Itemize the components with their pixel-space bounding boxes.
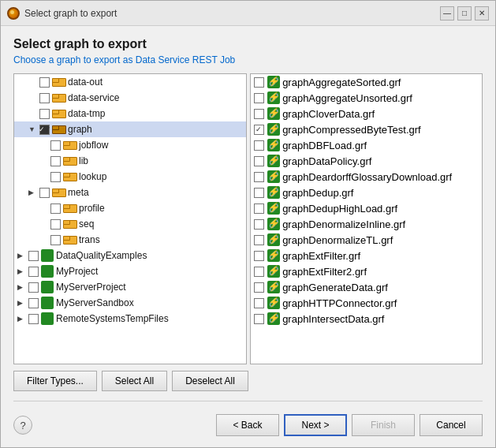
grf-item-5[interactable]: 🔗 graphDataPolicy.grf bbox=[251, 153, 483, 169]
label-mss: MyServerSandbox bbox=[56, 297, 134, 308]
filter-types-button[interactable]: Filter Types... bbox=[13, 371, 97, 391]
tree-item-trans[interactable]: trans bbox=[14, 232, 246, 248]
expander-myproj[interactable]: ▶ bbox=[17, 267, 28, 275]
grf-icon-2: 🔗 bbox=[267, 107, 280, 120]
expander-dq[interactable]: ▶ bbox=[17, 252, 28, 259]
filter-row: Filter Types... Select All Deselect All bbox=[13, 371, 483, 391]
checkbox-grf-6[interactable] bbox=[254, 172, 264, 182]
tree-item-meta[interactable]: ▶ meta bbox=[14, 185, 246, 200]
checkbox-grf-0[interactable] bbox=[254, 77, 264, 88]
checkbox-lib[interactable] bbox=[50, 156, 61, 166]
grf-item-10[interactable]: 🔗 graphDenormalizeTL.grf bbox=[251, 232, 483, 248]
checkbox-profile[interactable] bbox=[50, 203, 61, 214]
grf-icon-6: 🔗 bbox=[267, 170, 280, 183]
checkbox-grf-4[interactable] bbox=[254, 140, 264, 151]
checkbox-grf-11[interactable] bbox=[254, 251, 264, 261]
expander-mss[interactable]: ▶ bbox=[17, 299, 28, 307]
checkbox-lookup[interactable] bbox=[50, 172, 61, 182]
grf-item-6[interactable]: 🔗 graphDeardorffGlossaryDownload.grf bbox=[251, 169, 483, 185]
close-button[interactable]: ✕ bbox=[475, 6, 489, 21]
back-button[interactable]: < Back bbox=[216, 414, 279, 436]
checkbox-dq[interactable] bbox=[28, 251, 39, 261]
grf-item-1[interactable]: 🔗 graphAggregateUnsorted.grf bbox=[251, 90, 483, 106]
grf-item-12[interactable]: 🔗 graphExtFilter2.grf bbox=[251, 263, 483, 279]
grf-item-13[interactable]: 🔗 graphGenerateData.grf bbox=[251, 279, 483, 295]
grf-icon-11: 🔗 bbox=[267, 249, 280, 262]
tree-item-lookup[interactable]: lookup bbox=[14, 169, 246, 185]
label-trans: trans bbox=[79, 234, 100, 245]
label-graph: graph bbox=[68, 124, 92, 135]
grf-item-9[interactable]: 🔗 graphDenormalizeInline.grf bbox=[251, 216, 483, 232]
checkbox-grf-8[interactable] bbox=[254, 203, 264, 214]
grf-item-8[interactable]: 🔗 graphDedupHighLoad.grf bbox=[251, 200, 483, 216]
grf-item-4[interactable]: 🔗 graphDBFLoad.grf bbox=[251, 137, 483, 153]
tree-item-dataquality[interactable]: ▶ DataQualityExamples bbox=[14, 248, 246, 263]
checkbox-grf-15[interactable] bbox=[254, 314, 264, 324]
checkbox-grf-7[interactable] bbox=[254, 188, 264, 198]
tree-item-data-tmp[interactable]: data-tmp bbox=[14, 106, 246, 121]
grf-item-11[interactable]: 🔗 graphExtFilter.grf bbox=[251, 248, 483, 263]
checkbox-grf-1[interactable] bbox=[254, 93, 264, 103]
right-panel[interactable]: 🔗 graphAggregateSorted.grf 🔗 graphAggreg… bbox=[250, 73, 483, 364]
checkbox-data-service[interactable] bbox=[39, 93, 50, 103]
cancel-button[interactable]: Cancel bbox=[420, 414, 483, 436]
checkbox-grf-13[interactable] bbox=[254, 282, 264, 293]
tree-item-lib[interactable]: lib bbox=[14, 153, 246, 169]
grf-item-2[interactable]: 🔗 graphCloverData.grf bbox=[251, 106, 483, 121]
label-data-service: data-service bbox=[68, 92, 119, 103]
tree-item-myserverproject[interactable]: ▶ MyServerProject bbox=[14, 279, 246, 295]
minimize-button[interactable]: — bbox=[440, 6, 454, 21]
tree-item-myserversandbox[interactable]: ▶ MyServerSandbox bbox=[14, 295, 246, 311]
checkbox-grf-14[interactable] bbox=[254, 298, 264, 308]
expander-rst[interactable]: ▶ bbox=[17, 315, 28, 323]
title-bar-left: Select graph to export bbox=[7, 7, 117, 20]
finish-button[interactable]: Finish bbox=[352, 414, 415, 436]
tree-item-remotesystems[interactable]: ▶ RemoteSystemsTempFiles bbox=[14, 311, 246, 327]
tree-item-myproject[interactable]: ▶ MyProject bbox=[14, 263, 246, 279]
grf-item-7[interactable]: 🔗 graphDedup.grf bbox=[251, 185, 483, 200]
expander bbox=[39, 157, 50, 165]
tree-item-seq[interactable]: seq bbox=[14, 216, 246, 232]
checkbox-mss[interactable] bbox=[28, 298, 39, 308]
next-button[interactable]: Next > bbox=[284, 414, 347, 436]
select-all-button[interactable]: Select All bbox=[102, 371, 167, 391]
checkbox-grf-9[interactable] bbox=[254, 219, 264, 230]
label-lookup: lookup bbox=[79, 171, 106, 182]
grf-icon-0: 🔗 bbox=[267, 76, 280, 88]
tree-item-graph[interactable]: ▼ ✓ graph bbox=[14, 121, 246, 137]
help-button[interactable]: ? bbox=[13, 416, 32, 435]
checkbox-seq[interactable] bbox=[50, 219, 61, 230]
maximize-button[interactable]: □ bbox=[457, 6, 472, 21]
label-grf-11: graphExtFilter.grf bbox=[282, 250, 360, 262]
checkbox-rst[interactable] bbox=[28, 314, 39, 324]
checkbox-grf-10[interactable] bbox=[254, 235, 264, 245]
label-grf-9: graphDenormalizeInline.grf bbox=[282, 218, 405, 230]
checkbox-data-tmp[interactable] bbox=[39, 109, 50, 119]
checkbox-trans[interactable] bbox=[50, 235, 61, 245]
checkbox-data-out[interactable] bbox=[39, 77, 50, 88]
checkbox-jobflow[interactable] bbox=[50, 140, 61, 151]
tree-item-profile[interactable]: profile bbox=[14, 200, 246, 216]
checkbox-meta[interactable] bbox=[39, 188, 50, 198]
expander-meta[interactable]: ▶ bbox=[28, 189, 39, 196]
checkbox-myproj[interactable] bbox=[28, 267, 39, 277]
checkbox-msp[interactable] bbox=[28, 282, 39, 293]
deselect-all-button[interactable]: Deselect All bbox=[172, 371, 248, 391]
expander-msp[interactable]: ▶ bbox=[17, 283, 28, 291]
checkbox-grf-12[interactable] bbox=[254, 267, 264, 277]
project-icon-msp bbox=[41, 281, 54, 293]
grf-item-0[interactable]: 🔗 graphAggregateSorted.grf bbox=[251, 74, 483, 90]
grf-item-14[interactable]: 🔗 graphHTTPConnector.grf bbox=[251, 295, 483, 311]
tree-item-jobflow[interactable]: jobflow bbox=[14, 137, 246, 153]
left-panel[interactable]: data-out data-service data-tmp bbox=[13, 73, 247, 364]
tree-item-data-service[interactable]: data-service bbox=[14, 90, 246, 106]
grf-item-15[interactable]: 🔗 graphIntersectData.grf bbox=[251, 311, 483, 327]
checkbox-grf-2[interactable] bbox=[254, 109, 264, 119]
label-profile: profile bbox=[79, 203, 105, 214]
checkbox-graph[interactable]: ✓ bbox=[39, 125, 50, 135]
checkbox-grf-5[interactable] bbox=[254, 156, 264, 166]
label-data-tmp: data-tmp bbox=[68, 108, 105, 119]
grf-item-3[interactable]: 🔗 graphCompressedByteTest.grf bbox=[251, 121, 483, 137]
tree-item-data-out[interactable]: data-out bbox=[14, 74, 246, 90]
checkbox-grf-3[interactable] bbox=[254, 125, 264, 135]
